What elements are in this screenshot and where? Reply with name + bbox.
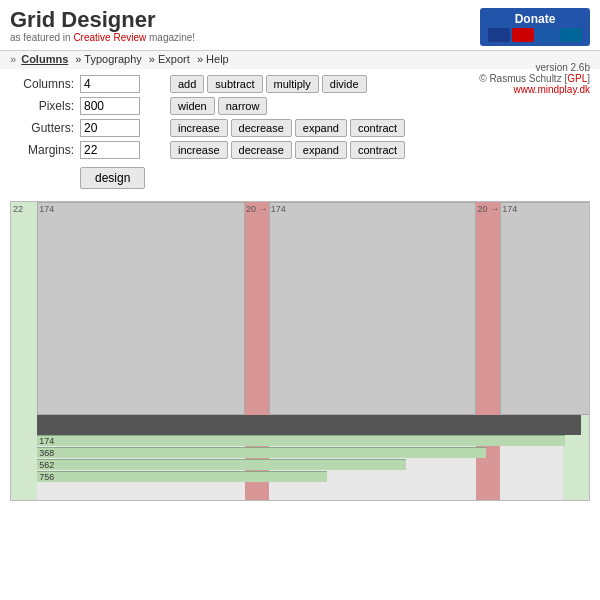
arrow-0: → xyxy=(259,204,268,214)
creative-review-link[interactable]: Creative Review xyxy=(73,32,146,43)
margins-expand-button[interactable]: expand xyxy=(295,141,347,159)
nav-columns[interactable]: Columns xyxy=(21,53,68,65)
nav-help[interactable]: Help xyxy=(206,53,229,65)
divide-button[interactable]: divide xyxy=(322,75,367,93)
design-button[interactable]: design xyxy=(80,167,145,189)
column-2 xyxy=(500,202,590,415)
column-label-0: 174 xyxy=(39,204,54,214)
grid-visualization: 222217420→17420→17420→174174368562756 xyxy=(11,202,589,500)
pixels-label: Pixels: xyxy=(10,99,80,113)
gutters-contract-button[interactable]: contract xyxy=(350,119,405,137)
left-margin xyxy=(11,202,37,500)
gutters-input[interactable] xyxy=(80,119,140,137)
version-info: version 2.6b © Rasmus Schultz [GPL] www.… xyxy=(479,62,590,95)
left-margin-label: 22 xyxy=(13,204,23,214)
column-label-2: 174 xyxy=(502,204,517,214)
row-indicator-3: 756 xyxy=(37,471,327,482)
dark-row-fill xyxy=(37,415,581,435)
gutter-label-0: 20 xyxy=(246,204,256,214)
column-0 xyxy=(37,202,245,415)
columns-label: Columns: xyxy=(10,77,80,91)
row-indicator-0: 174 xyxy=(37,435,564,446)
row-indicator-1: 368 xyxy=(37,447,485,458)
column-label-1: 174 xyxy=(271,204,286,214)
gutter-label-1: 20 xyxy=(477,204,487,214)
pixels-buttons: widen narrow xyxy=(170,97,590,115)
mastercard-icon xyxy=(512,28,534,42)
gpl-link[interactable]: GPL xyxy=(567,73,587,84)
widen-button[interactable]: widen xyxy=(170,97,215,115)
pixels-input[interactable] xyxy=(80,97,140,115)
nav-typography[interactable]: Typography xyxy=(84,53,141,65)
visa-icon xyxy=(488,28,510,42)
gutters-increase-button[interactable]: increase xyxy=(170,119,228,137)
margins-label: Margins: xyxy=(10,143,80,157)
copyright: © Rasmus Schultz [GPL] xyxy=(479,73,590,84)
nav-export[interactable]: Export xyxy=(158,53,190,65)
discover-icon xyxy=(560,28,582,42)
subtitle: as featured in Creative Review magazine! xyxy=(10,32,195,43)
gutters-buttons: increase decrease expand contract xyxy=(170,119,590,137)
gutters-decrease-button[interactable]: decrease xyxy=(231,119,292,137)
donate-button[interactable]: Donate xyxy=(480,8,590,46)
multiply-button[interactable]: multiply xyxy=(266,75,319,93)
amex-icon xyxy=(536,28,558,42)
version-text: version 2.6b xyxy=(479,62,590,73)
columns-input[interactable] xyxy=(80,75,140,93)
margins-contract-button[interactable]: contract xyxy=(350,141,405,159)
margins-decrease-button[interactable]: decrease xyxy=(231,141,292,159)
narrow-button[interactable]: narrow xyxy=(218,97,268,115)
column-1 xyxy=(269,202,477,415)
nav-arrow: » xyxy=(10,53,16,65)
donate-label: Donate xyxy=(515,12,556,26)
row-indicator-2: 562 xyxy=(37,459,406,470)
margins-buttons: increase decrease expand contract xyxy=(170,141,590,159)
subtract-button[interactable]: subtract xyxy=(207,75,262,93)
gutters-label: Gutters: xyxy=(10,121,80,135)
margins-input[interactable] xyxy=(80,141,140,159)
arrow-1: → xyxy=(490,204,499,214)
gutters-expand-button[interactable]: expand xyxy=(295,119,347,137)
grid-canvas: 222217420→17420→17420→174174368562756 xyxy=(10,201,590,501)
website-link[interactable]: www.mindplay.dk xyxy=(513,84,590,95)
app-title: Grid Designer xyxy=(10,8,195,32)
add-button[interactable]: add xyxy=(170,75,204,93)
margins-increase-button[interactable]: increase xyxy=(170,141,228,159)
